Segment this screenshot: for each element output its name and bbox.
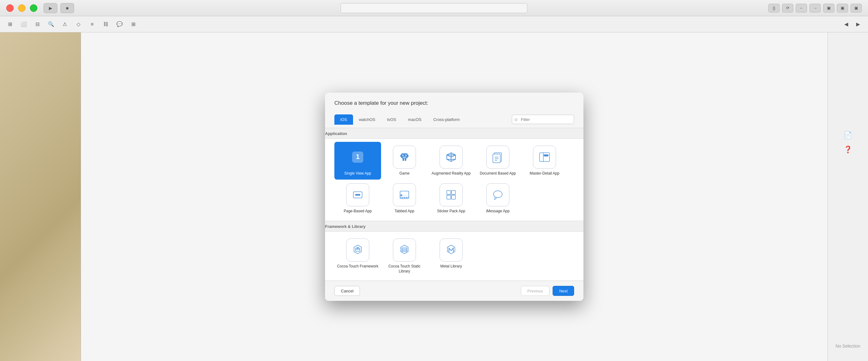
imessage-app-icon [491,188,505,202]
metal-library-label: Metal Library [440,264,462,269]
cancel-button[interactable]: Cancel [334,286,360,296]
close-button[interactable] [6,4,14,12]
minimize-button[interactable] [18,4,26,12]
cocoa-touch-framework-icon [351,243,365,257]
svg-rect-2 [401,154,407,158]
page-based-icon-wrapper [346,183,369,206]
nav-forward-icon[interactable]: ▶ [853,19,863,29]
svg-text:1: 1 [356,153,360,161]
search-icon[interactable]: 🔍 [46,19,56,29]
cocoa-touch-framework-label: Cocoa Touch Framework [337,264,378,269]
template-metal-library[interactable]: Metal Library [428,235,474,277]
tabs-group: iOS watchOS tvOS macOS Cross-platform [334,114,466,125]
refresh-icon[interactable]: ⟳ [782,4,793,12]
document-app-icon [491,150,505,164]
application-grid: 1 Single View App [325,139,584,221]
stop-button[interactable]: ■ [60,3,74,13]
template-cocoa-touch-static-library[interactable]: Cocoa Touch Static Library [381,235,428,277]
master-detail-app-label: Master-Detail App [530,171,559,176]
sidebar-bottom-icon[interactable]: ▣ [837,4,848,12]
template-ar-app[interactable]: Augmented Reality App [428,142,474,180]
tab-cross-platform[interactable]: Cross-platform [428,114,466,125]
list-icon[interactable]: ≡ [87,19,97,29]
single-view-app-label: Single View App [344,171,371,176]
imessage-icon-wrapper [486,183,509,206]
template-imessage-app[interactable]: iMessage App [474,179,521,218]
metal-library-icon [444,243,458,257]
template-sticker-pack-app[interactable]: Sticker Pack App [428,179,474,218]
footer-right: Previous Next [521,286,574,296]
forward-icon[interactable]: → [809,4,821,12]
titlebar: ▶ ■ {} ⟳ ← → ▣ ▣ ▣ [0,0,868,16]
svg-line-14 [451,155,456,157]
nav-back-icon[interactable]: ◀ [841,19,851,29]
warning-icon[interactable]: ⚠ [60,19,70,29]
section-application: Application [325,128,584,139]
svg-rect-9 [403,157,406,158]
tab-tvos[interactable]: tvOS [381,114,402,125]
link-icon[interactable]: ⛓ [101,19,111,29]
no-selection-label: No Selection [836,343,860,349]
play-button[interactable]: ▶ [43,3,57,13]
tabbed-app-icon-wrapper: ✱ ··· [393,183,416,206]
tab-ios[interactable]: iOS [334,114,353,125]
svg-rect-3 [400,155,402,157]
table-icon[interactable]: ⊞ [128,19,138,29]
template-cocoa-touch-framework[interactable]: Cocoa Touch Framework [334,235,381,277]
svg-text:✱ ···: ✱ ··· [400,194,406,197]
svg-rect-34 [452,191,456,195]
game-icon [398,150,411,164]
diamond-icon[interactable]: ◇ [73,19,84,29]
filter-input[interactable] [512,115,574,124]
grid-icon[interactable]: ⊞ [5,19,15,29]
ar-app-label: Augmented Reality App [432,171,470,176]
sidebar-right-icon[interactable]: ▣ [850,4,862,12]
sidebar-left-icon[interactable]: ▣ [823,4,834,12]
main-layout: Choose a template for your new project: … [0,32,868,361]
cocoa-touch-static-library-label: Cocoa Touch Static Library [383,264,425,274]
master-detail-app-icon [538,150,551,164]
game-label: Game [399,171,410,176]
svg-point-7 [402,155,403,156]
svg-line-13 [447,155,451,157]
single-view-app-icon-wrapper: 1 [346,146,369,169]
game-icon-wrapper [393,146,416,169]
code-icon[interactable]: {} [768,4,780,12]
tab-macos[interactable]: macOS [402,114,427,125]
page-based-app-label: Page-Based App [344,209,372,214]
svg-rect-43 [402,248,407,252]
svg-rect-20 [539,153,550,162]
template-single-view-app[interactable]: 1 Single View App [334,142,381,180]
cocoa-touch-static-library-icon-wrapper [393,239,416,261]
comment-icon[interactable]: 💬 [115,19,125,29]
mac-window: ▶ ■ {} ⟳ ← → ▣ ▣ ▣ ⊞ ⬜ ⊟ 🔍 ⚠ ◇ ≡ ⛓ 💬 ⊞ ◀… [0,0,868,361]
sticker-pack-app-label: Sticker Pack App [437,209,465,214]
tabbed-app-icon: ✱ ··· [398,188,411,202]
tab-watchos[interactable]: watchOS [353,114,381,125]
modal-title: Choose a template for your new project: [334,100,574,106]
template-master-detail-app[interactable]: Master-Detail App [521,142,568,180]
back-icon[interactable]: ← [796,4,807,12]
maximize-button[interactable] [30,4,37,12]
modal-header: Choose a template for your new project: [325,92,584,111]
template-page-based-app[interactable]: Page-Based App [334,179,381,218]
template-game[interactable]: Game [381,142,428,180]
small-grid-icon[interactable]: ⊟ [32,19,42,29]
search-bar[interactable] [341,3,527,13]
ar-app-icon [444,150,458,164]
modal-footer: Cancel Previous Next [325,281,584,301]
filter-wrapper: ⊙ [512,115,574,124]
page-based-app-icon [351,188,365,202]
sidebar [0,32,81,361]
imessage-app-label: iMessage App [486,209,509,214]
svg-rect-4 [407,155,408,157]
metal-library-icon-wrapper [440,239,463,261]
document-app-label: Document Based App [480,171,516,176]
next-button[interactable]: Next [553,286,574,296]
svg-point-37 [493,191,502,198]
template-document-app[interactable]: Document Based App [474,142,521,180]
template-tabbed-app[interactable]: ✱ ··· Tabbed App [381,179,428,218]
single-view-app-icon: 1 [351,150,365,164]
split-icon[interactable]: ⬜ [19,19,29,29]
previous-button[interactable]: Previous [521,286,550,296]
